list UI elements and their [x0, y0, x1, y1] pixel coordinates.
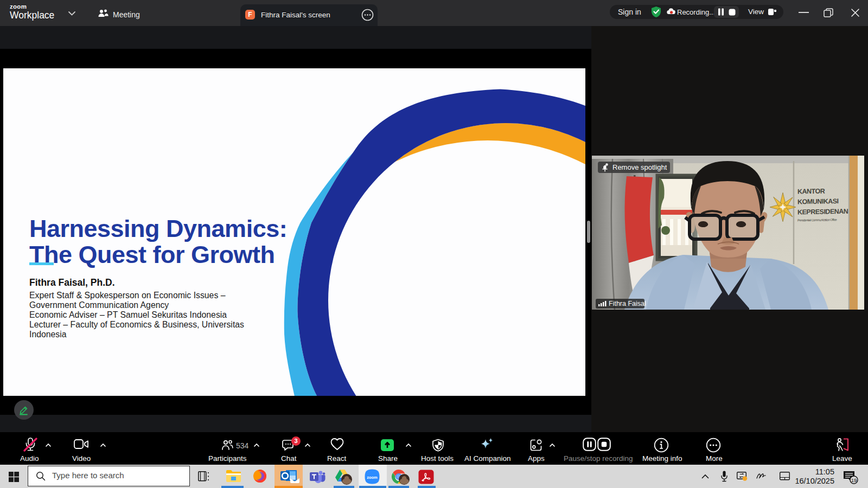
svg-text:Remove spotlight: Remove spotlight [612, 163, 667, 171]
svg-text:Presidential Communication Off: Presidential Communication Office [797, 218, 837, 222]
svg-text:KANTOR: KANTOR [797, 188, 825, 196]
svg-text:KEPRESIDENAN: KEPRESIDENAN [797, 208, 848, 216]
svg-text:KOMUNIKASI: KOMUNIKASI [797, 197, 839, 206]
svg-text:19: 19 [851, 477, 857, 483]
svg-text:Fithra Faisal: Fithra Faisal [609, 300, 646, 307]
svg-text:zoom: zoom [367, 475, 378, 480]
